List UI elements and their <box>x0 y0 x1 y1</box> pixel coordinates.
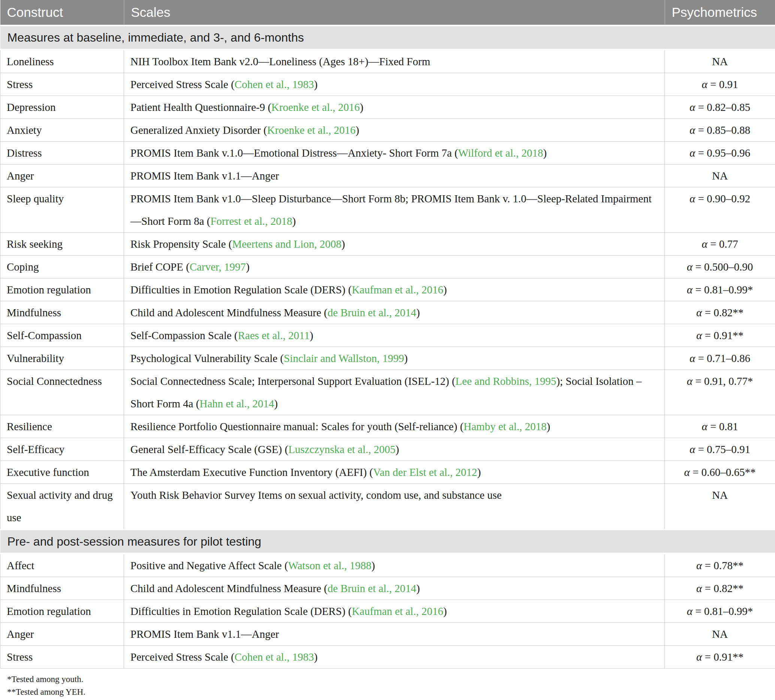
citation-link[interactable]: Wilford et al., 2018 <box>458 147 544 159</box>
psychometrics-cell: NA <box>665 50 775 73</box>
citation-link[interactable]: Meertens and Lion, 2008 <box>232 238 341 250</box>
table-row: Emotion regulationDifficulties in Emotio… <box>0 278 775 301</box>
citation-link[interactable]: Forrest et al., 2018 <box>210 215 292 227</box>
citation-link[interactable]: Cohen et al., 1983 <box>234 651 314 663</box>
citation-link[interactable]: Hahn et al., 2014 <box>200 397 274 409</box>
scales-cell: Child and Adolescent Mindfulness Measure… <box>124 577 665 600</box>
column-header-psychometrics: Psychometrics <box>665 0 775 25</box>
text-segment: ) <box>274 397 278 409</box>
header-row: Construct Scales Psychometrics <box>0 0 775 25</box>
footnote: **Tested among YEH. <box>7 686 775 698</box>
text-segment: Psychological Vulnerability Scale ( <box>130 352 284 364</box>
text-segment: PROMIS Item Bank v1.0—Sleep Disturbance—… <box>130 193 652 227</box>
scales-cell: Risk Propensity Scale (Meertens and Lion… <box>124 233 665 256</box>
psychometrics-cell: α = 0.91** <box>665 646 775 668</box>
citation-link[interactable]: Raes et al., 2011 <box>238 329 309 341</box>
table-row: AngerPROMIS Item Bank v1.1—AngerNA <box>0 623 775 646</box>
citation-link[interactable]: Hamby et al., 2018 <box>464 421 546 432</box>
table-row: CopingBrief COPE (Carver, 1997)α = 0.500… <box>0 256 775 278</box>
text-segment: ) <box>314 78 318 90</box>
alpha-symbol: α <box>690 193 695 205</box>
scales-cell: Psychological Vulnerability Scale (Sincl… <box>124 347 665 370</box>
measures-table: Construct Scales Psychometrics Measures … <box>0 0 775 668</box>
scales-cell: Difficulties in Emotion Regulation Scale… <box>124 278 665 301</box>
table-row: ResilienceResilience Portfolio Questionn… <box>0 415 775 438</box>
text-segment: Difficulties in Emotion Regulation Scale… <box>130 284 352 296</box>
table-body: Measures at baseline, immediate, and 3-,… <box>0 25 775 668</box>
construct-cell: Resilience <box>0 415 124 438</box>
construct-cell: Mindfulness <box>0 577 124 600</box>
text-segment: Perceived Stress Scale ( <box>130 78 234 90</box>
scales-cell: Perceived Stress Scale (Cohen et al., 19… <box>124 73 665 96</box>
construct-cell: Coping <box>0 256 124 278</box>
alpha-symbol: α <box>687 375 693 387</box>
citation-link[interactable]: Kroenke et al., 2016 <box>267 124 356 136</box>
citation-link[interactable]: Lee and Robbins, 1995 <box>455 375 556 387</box>
text-segment: ) <box>416 582 420 594</box>
citation-link[interactable]: de Bruin et al., 2014 <box>328 306 416 319</box>
construct-cell: Stress <box>0 646 124 668</box>
section-header-row: Measures at baseline, immediate, and 3-,… <box>0 25 775 50</box>
scales-cell: PROMIS Item Bank v1.1—Anger <box>124 165 665 187</box>
alpha-symbol: α <box>702 78 708 90</box>
scales-cell: Youth Risk Behavior Survey Items on sexu… <box>124 484 665 530</box>
section-header: Measures at baseline, immediate, and 3-,… <box>0 25 775 50</box>
text-segment: PROMIS Item Bank v1.1—Anger <box>130 170 279 182</box>
text-segment: Perceived Stress Scale ( <box>130 651 234 663</box>
construct-cell: Social Connectedness <box>0 370 124 415</box>
table-row: DepressionPatient Health Questionnaire-9… <box>0 96 775 119</box>
citation-link[interactable]: Carver, 1997 <box>190 261 246 273</box>
citation-link[interactable]: Luszczynska et al., 2005 <box>288 443 395 455</box>
citation-link[interactable]: Cohen et al., 1983 <box>234 78 314 90</box>
text-segment: ) <box>360 101 364 113</box>
psychometrics-cell: α = 0.90–0.92 <box>665 187 775 233</box>
construct-cell: Affect <box>0 554 124 577</box>
construct-cell: Anger <box>0 165 124 187</box>
psychometrics-cell: α = 0.77 <box>665 233 775 256</box>
scales-cell: Brief COPE (Carver, 1997) <box>124 256 665 278</box>
alpha-symbol: α <box>696 582 702 594</box>
psychometrics-cell: α = 0.81–0.99* <box>665 600 775 623</box>
psychometrics-cell: α = 0.85–0.88 <box>665 119 775 141</box>
citation-link[interactable]: Kaufman et al., 2016 <box>352 605 443 617</box>
psychometrics-cell: α = 0.91 <box>665 73 775 96</box>
citation-link[interactable]: Sinclair and Wallston, 1999 <box>284 352 404 364</box>
scales-cell: NIH Toolbox Item Bank v2.0—Loneliness (A… <box>124 50 665 73</box>
alpha-symbol: α <box>696 306 702 319</box>
text-segment: Child and Adolescent Mindfulness Measure… <box>130 582 328 594</box>
table-row: MindfulnessChild and Adolescent Mindfuln… <box>0 577 775 600</box>
scales-cell: Difficulties in Emotion Regulation Scale… <box>124 600 665 623</box>
construct-cell: Executive function <box>0 461 124 484</box>
text-segment: Social Connectedness Scale; Interpersona… <box>130 375 455 387</box>
psychometrics-cell: α = 0.82** <box>665 301 775 324</box>
psychometrics-cell: NA <box>665 484 775 530</box>
alpha-symbol: α <box>690 443 695 455</box>
citation-link[interactable]: Watson et al., 1988 <box>288 559 371 572</box>
text-segment: ) <box>543 147 547 159</box>
column-header-construct: Construct <box>0 0 124 25</box>
psychometrics-cell: α = 0.82** <box>665 577 775 600</box>
text-segment: Generalized Anxiety Disorder ( <box>130 124 267 136</box>
column-header-scales: Scales <box>124 0 665 25</box>
citation-link[interactable]: de Bruin et al., 2014 <box>328 582 416 594</box>
construct-cell: Stress <box>0 73 124 96</box>
construct-cell: Self-Compassion <box>0 324 124 347</box>
footnote: *Tested among youth. <box>7 673 775 686</box>
text-segment: ) <box>292 215 296 227</box>
alpha-symbol: α <box>696 329 702 341</box>
citation-link[interactable]: Kaufman et al., 2016 <box>352 284 443 296</box>
table-row: Executive functionThe Amsterdam Executiv… <box>0 461 775 484</box>
text-segment: ) <box>443 284 447 296</box>
table-row: AffectPositive and Negative Affect Scale… <box>0 554 775 577</box>
citation-link[interactable]: Van der Elst et al., 2012 <box>373 466 477 478</box>
scales-cell: General Self-Efficacy Scale (GSE) (Luszc… <box>124 438 665 461</box>
psychometrics-cell: α = 0.500–0.90 <box>665 256 775 278</box>
construct-cell: Sexual activity and drug use <box>0 484 124 530</box>
text-segment: ) <box>309 329 313 341</box>
citation-link[interactable]: Kroenke et al., 2016 <box>271 101 360 113</box>
scales-cell: Child and Adolescent Mindfulness Measure… <box>124 301 665 324</box>
table-row: Emotion regulationDifficulties in Emotio… <box>0 600 775 623</box>
construct-cell: Loneliness <box>0 50 124 73</box>
table-row: Self-CompassionSelf-Compassion Scale (Ra… <box>0 324 775 347</box>
table-row: LonelinessNIH Toolbox Item Bank v2.0—Lon… <box>0 50 775 73</box>
